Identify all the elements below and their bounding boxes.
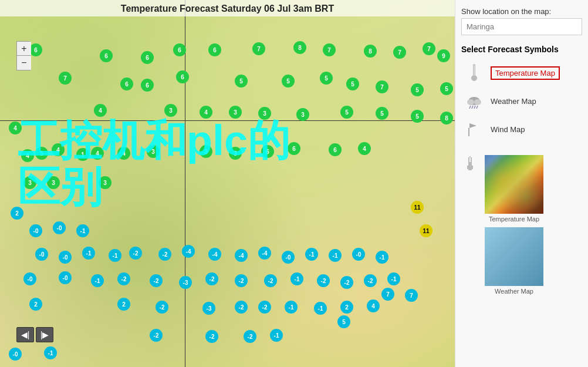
svg-line-6 <box>469 106 471 109</box>
svg-rect-10 <box>468 128 469 136</box>
zoom-out-button[interactable]: − <box>17 56 31 70</box>
svg-rect-2 <box>474 65 475 76</box>
cloud-rain-icon <box>464 90 485 112</box>
wind-flag-icon <box>464 119 485 140</box>
forecast-option-label-temperature: Temperature Map <box>491 66 560 80</box>
forecast-option-temperature[interactable]: Temperature Map <box>461 59 582 87</box>
nav-next-button[interactable]: |▶ <box>36 327 53 342</box>
thumbnail-image-temp-thumb <box>485 155 543 214</box>
nav-controls: ◀| |▶ <box>16 327 53 342</box>
zoom-controls: + − <box>16 41 31 70</box>
svg-point-5 <box>474 99 481 105</box>
sidebar: Show location on the map: Select Forecas… <box>455 0 588 367</box>
svg-point-4 <box>467 99 474 105</box>
svg-line-8 <box>474 106 475 109</box>
location-label: Show location on the map: <box>461 7 582 16</box>
thumbnail-image-weather-thumb <box>485 227 543 286</box>
map-background <box>0 0 455 367</box>
forecast-options: Temperature Map Weather Map Wind Map <box>461 59 582 143</box>
svg-marker-11 <box>469 123 477 128</box>
svg-line-9 <box>477 106 478 109</box>
thumbnail-label-temp-thumb: Temperature Map <box>489 216 539 223</box>
thumbnail-weather-thumb[interactable]: Weather Map <box>485 227 543 295</box>
map-title: Temperature Forecast Saturday 06 Jul 3am… <box>0 0 455 16</box>
thermometer-icon <box>464 62 485 83</box>
thumbnail-label-weather-thumb: Weather Map <box>495 288 533 295</box>
sidebar-thermometer-section: 🌡 Temperature MapWeather Map <box>461 150 582 295</box>
map-thumbnails: Temperature MapWeather Map <box>485 155 543 295</box>
forecast-option-label-wind: Wind Map <box>491 125 525 134</box>
forecast-option-wind[interactable]: Wind Map <box>461 115 582 143</box>
svg-point-1 <box>471 75 477 81</box>
location-input[interactable] <box>461 18 582 35</box>
forecast-option-label-weather: Weather Map <box>491 97 536 106</box>
map-crosshair-vertical <box>185 0 185 367</box>
thumbnail-temp-thumb[interactable]: Temperature Map <box>485 155 543 223</box>
forecast-option-weather[interactable]: Weather Map <box>461 87 582 115</box>
map-container: Temperature Forecast Saturday 06 Jul 3am… <box>0 0 455 367</box>
zoom-in-button[interactable]: + <box>17 42 31 56</box>
sidebar-thermometer-icon: 🌡 <box>461 153 480 175</box>
map-crosshair-horizontal <box>0 120 455 121</box>
forecast-section-title: Select Forecast Symbols <box>461 45 582 54</box>
svg-line-7 <box>472 106 473 109</box>
nav-prev-button[interactable]: ◀| <box>16 327 34 342</box>
